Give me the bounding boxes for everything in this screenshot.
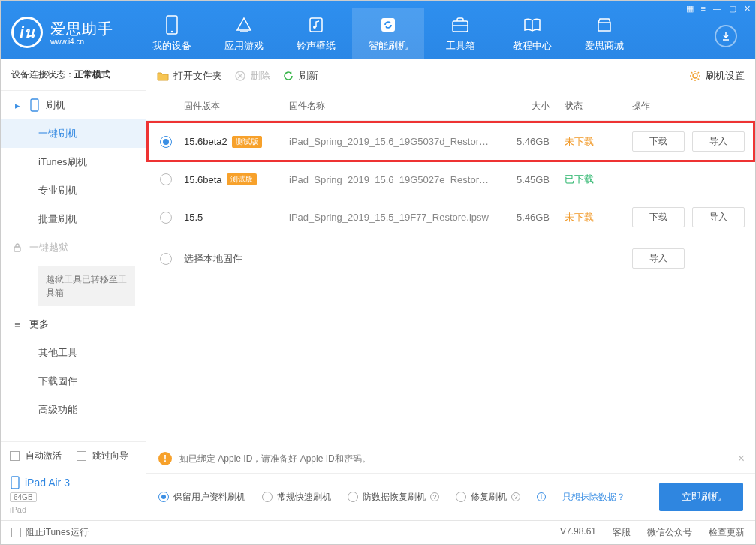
row-version: 15.6beta测试版 — [184, 173, 289, 185]
col-ops: 操作 — [617, 100, 745, 113]
block-itunes-checkbox[interactable] — [11, 528, 21, 537]
local-firmware-row[interactable]: 选择本地固件导入 — [146, 238, 755, 279]
device-capacity: 64GB — [10, 492, 37, 502]
flash-now-button[interactable]: 立即刷机 — [659, 483, 743, 511]
local-label: 选择本地固件 — [184, 252, 497, 266]
download-icon — [721, 31, 731, 41]
row-filename: iPad_Spring_2019_15.6_19G5037d_Restore.i… — [289, 136, 497, 147]
sidebar-item-download-fw[interactable]: 下载固件 — [1, 367, 146, 396]
opt-repair[interactable]: 修复刷机? — [456, 491, 520, 504]
grid-header: 固件版本 固件名称 大小 状态 操作 — [146, 92, 755, 121]
row-filename: iPad_Spring_2019_15.6_19G5027e_Restore.i… — [289, 174, 497, 185]
device-small-icon — [29, 98, 40, 112]
opt-keep-data[interactable]: 保留用户资料刷机 — [158, 491, 245, 504]
svg-rect-10 — [11, 477, 19, 489]
win-maximize-icon[interactable]: ▢ — [729, 4, 736, 14]
close-info-icon[interactable]: × — [738, 452, 745, 465]
svg-line-20 — [698, 78, 699, 79]
row-radio[interactable] — [160, 212, 172, 224]
music-icon — [306, 15, 326, 35]
win-close-icon[interactable]: ✕ — [744, 4, 751, 14]
foot-support[interactable]: 客服 — [613, 526, 631, 539]
row-size: 5.46GB — [497, 136, 550, 147]
device-info[interactable]: iPad Air 3 64GB iPad — [1, 470, 146, 520]
tablet-icon — [10, 476, 20, 489]
row-version: 15.5 — [184, 212, 289, 223]
import-button[interactable]: 导入 — [692, 131, 745, 152]
block-itunes-label: 阻止iTunes运行 — [26, 526, 89, 539]
flash-settings-button[interactable]: 刷机设置 — [689, 69, 745, 83]
toolbox-icon — [450, 15, 470, 35]
status-label: 设备连接状态： — [11, 69, 74, 80]
sidebar-item-advanced[interactable]: 高级功能 — [1, 396, 146, 424]
auto-activate-checkbox[interactable] — [10, 451, 20, 461]
opt-normal[interactable]: 常规快速刷机 — [262, 491, 331, 504]
sidebar-item-pro[interactable]: 专业刷机 — [1, 176, 146, 205]
win-list-icon[interactable]: ≡ — [701, 4, 706, 14]
erase-link[interactable]: 只想抹除数据？ — [562, 491, 625, 504]
win-menu-icon[interactable]: ▦ — [686, 4, 694, 14]
row-radio[interactable] — [160, 253, 172, 265]
firmware-row[interactable]: 15.6beta2测试版iPad_Spring_2019_15.6_19G503… — [146, 121, 755, 162]
flash-options: 保留用户资料刷机 常规快速刷机 防数据恢复刷机? 修复刷机? i 只想抹除数据？… — [146, 473, 755, 520]
group-title: 更多 — [29, 318, 49, 331]
nav-tutorials[interactable]: 教程中心 — [496, 8, 568, 59]
sidebar-item-itunes[interactable]: iTunes刷机 — [1, 148, 146, 176]
firmware-row[interactable]: 15.6beta测试版iPad_Spring_2019_15.6_19G5027… — [146, 162, 755, 197]
svg-rect-6 — [453, 21, 468, 32]
foot-wechat[interactable]: 微信公众号 — [647, 526, 692, 539]
nav-store[interactable]: 爱思商城 — [568, 8, 640, 59]
nav-my-device[interactable]: 我的设备 — [136, 8, 208, 59]
toolbar: 打开文件夹 删除 刷新 刷机设置 — [146, 59, 755, 92]
connection-status: 设备连接状态：正常模式 — [1, 59, 146, 91]
download-button[interactable]: 下载 — [632, 131, 685, 152]
auto-activate-row: 自动激活 跳过向导 — [1, 442, 146, 470]
row-radio[interactable] — [160, 173, 172, 185]
info-icon[interactable]: i — [537, 492, 546, 501]
row-ops: 下载导入 — [617, 131, 745, 152]
phone-icon — [162, 15, 182, 35]
delete-button[interactable]: 删除 — [234, 69, 270, 83]
folder-icon — [157, 70, 169, 82]
svg-line-22 — [698, 72, 699, 73]
sidebar-group-jailbreak[interactable]: 一键越狱 — [1, 233, 146, 262]
auto-activate-label: 自动激活 — [26, 450, 62, 462]
import-button[interactable]: 导入 — [692, 207, 745, 227]
nav-label: 应用游戏 — [224, 39, 264, 53]
apps-icon — [234, 15, 254, 35]
sidebar: 设备连接状态：正常模式 ▸ 刷机 一键刷机 iTunes刷机 专业刷机 批量刷机… — [1, 59, 146, 520]
open-folder-button[interactable]: 打开文件夹 — [157, 69, 222, 83]
nav-apps[interactable]: 应用游戏 — [208, 8, 280, 59]
nav-ringtones[interactable]: 铃声壁纸 — [280, 8, 352, 59]
sidebar-group-flash[interactable]: ▸ 刷机 — [1, 91, 146, 119]
opt-anti-recover[interactable]: 防数据恢复刷机? — [348, 491, 439, 504]
logo: iน 爱思助手 www.i4.cn — [1, 5, 128, 59]
row-version: 15.6beta2测试版 — [184, 136, 289, 148]
app-title: 爱思助手 — [50, 19, 113, 39]
nav-toolbox[interactable]: 工具箱 — [424, 8, 496, 59]
skip-guide-checkbox[interactable] — [77, 451, 86, 461]
svg-line-21 — [691, 78, 692, 79]
download-button[interactable] — [715, 25, 737, 47]
win-minimize-icon[interactable]: — — [713, 4, 721, 14]
top-nav: 我的设备 应用游戏 铃声壁纸 智能刷机 工具箱 教程中心 — [136, 8, 640, 59]
nav-smart-flash[interactable]: 智能刷机 — [352, 8, 424, 59]
store-icon — [595, 15, 614, 35]
appleid-info-bar: ! 如已绑定 Apple ID，请准备好 Apple ID和密码。 × — [146, 444, 755, 473]
import-button[interactable]: 导入 — [632, 248, 685, 269]
book-icon — [523, 15, 542, 35]
help-icon[interactable]: ? — [430, 492, 439, 501]
nav-label: 工具箱 — [446, 39, 475, 53]
foot-update[interactable]: 检查更新 — [709, 526, 745, 539]
download-button[interactable]: 下载 — [632, 207, 685, 227]
refresh-button[interactable]: 刷新 — [282, 69, 318, 83]
sidebar-item-batch[interactable]: 批量刷机 — [1, 205, 146, 233]
firmware-row[interactable]: 15.5iPad_Spring_2019_15.5_19F77_Restore.… — [146, 197, 755, 238]
sidebar-group-more[interactable]: ≡ 更多 — [1, 310, 146, 339]
sidebar-item-other[interactable]: 其他工具 — [1, 339, 146, 367]
row-radio[interactable] — [160, 136, 172, 148]
jailbreak-note: 越狱工具已转移至工具箱 — [38, 266, 135, 306]
sidebar-item-oneclick[interactable]: 一键刷机 — [1, 119, 146, 148]
nav-label: 教程中心 — [513, 39, 552, 53]
help-icon[interactable]: ? — [511, 492, 520, 501]
